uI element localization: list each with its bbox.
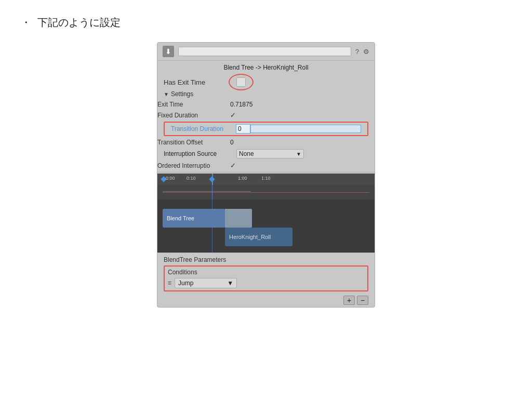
dropdown-arrow-icon: ▼ bbox=[296, 151, 301, 157]
ordered-interruption-row: Ordered Interruptio ✓ bbox=[157, 160, 375, 171]
hero-knight-label: HeroKnight_Roll bbox=[229, 234, 271, 240]
gear-icon[interactable]: ⚙ bbox=[363, 48, 369, 56]
transition-duration-row: Transition Duration 0 bbox=[164, 122, 368, 136]
animation-area: Blend Tree HeroKnight_Roll bbox=[157, 185, 375, 252]
conditions-row: = Jump ▼ bbox=[168, 278, 364, 288]
ordered-interruption-label: Ordered Interruptio bbox=[157, 162, 230, 169]
settings-header[interactable]: ▼ Settings bbox=[157, 89, 375, 99]
anim-top-strip bbox=[157, 185, 375, 200]
anim-playhead-line bbox=[212, 185, 212, 200]
transition-duration-value[interactable]: 0 bbox=[236, 124, 250, 134]
has-exit-time-checkbox[interactable] bbox=[236, 77, 246, 87]
fixed-duration-row: Fixed Duration ✓ bbox=[157, 110, 375, 121]
exit-time-value: 0.71875 bbox=[230, 101, 252, 108]
interruption-source-row: Interruption Source None ▼ bbox=[157, 148, 375, 160]
divider-1 bbox=[157, 172, 375, 172]
timeline-label-0: 0:00 bbox=[166, 176, 175, 181]
timeline-playhead-diamond bbox=[209, 176, 215, 182]
transition-duration-label: Transition Duration bbox=[171, 125, 236, 132]
has-exit-time-row: Has Exit Time bbox=[157, 75, 375, 89]
search-bar bbox=[178, 47, 351, 56]
blend-tree-tail bbox=[225, 209, 252, 228]
remove-condition-button[interactable]: − bbox=[357, 296, 368, 305]
unity-panel: ⬇ ? ⚙ Blend Tree -> HeroKnight_Roll Has … bbox=[157, 42, 375, 308]
blend-tree-block: Blend Tree bbox=[163, 209, 225, 228]
help-icon[interactable]: ? bbox=[355, 48, 359, 56]
ordered-interruption-check[interactable]: ✓ bbox=[230, 162, 236, 169]
header-title: 下記のように設定 bbox=[37, 17, 121, 28]
page-header: ・ 下記のように設定 bbox=[21, 16, 511, 30]
conditions-label: Conditions bbox=[168, 269, 364, 276]
interruption-source-value: None bbox=[239, 150, 254, 157]
add-condition-button[interactable]: + bbox=[343, 296, 355, 305]
transition-offset-row: Transition Offset 0 bbox=[157, 137, 375, 148]
fixed-duration-check[interactable]: ✓ bbox=[230, 111, 236, 119]
exit-time-row: Exit Time 0.71875 bbox=[157, 99, 375, 110]
condition-equals-icon: = bbox=[168, 280, 171, 287]
condition-jump-value: Jump bbox=[178, 280, 193, 287]
panel-title: Blend Tree -> HeroKnight_Roll bbox=[157, 61, 375, 75]
exit-checkbox-wrapper bbox=[236, 77, 246, 87]
anim-top-line bbox=[163, 192, 369, 193]
conditions-box: Conditions = Jump ▼ bbox=[164, 265, 368, 291]
condition-jump-dropdown[interactable]: Jump ▼ bbox=[175, 278, 237, 288]
blend-params-section: BlendTree Parameters Conditions = Jump ▼ bbox=[157, 252, 375, 294]
anim-bottom-area: Blend Tree HeroKnight_Roll bbox=[157, 200, 375, 252]
transition-duration-extra bbox=[250, 125, 361, 133]
interruption-source-label: Interruption Source bbox=[164, 150, 236, 157]
exit-time-label: Exit Time bbox=[157, 101, 230, 108]
timeline-label-2: 1:00 bbox=[238, 176, 247, 181]
fixed-duration-label: Fixed Duration bbox=[157, 112, 230, 119]
timeline-label-3: 1:10 bbox=[261, 176, 271, 181]
hero-knight-block: HeroKnight_Roll bbox=[225, 228, 292, 246]
triangle-icon: ▼ bbox=[164, 91, 169, 97]
blend-tree-label: Blend Tree bbox=[167, 215, 194, 221]
settings-label: Settings bbox=[171, 90, 193, 98]
bullet: ・ bbox=[21, 17, 31, 28]
timeline-label-1: 0:10 bbox=[187, 176, 196, 181]
interruption-source-dropdown[interactable]: None ▼ bbox=[236, 149, 304, 158]
panel-toolbar: ⬇ ? ⚙ bbox=[157, 43, 375, 61]
condition-dropdown-arrow: ▼ bbox=[227, 280, 233, 287]
has-exit-time-label: Has Exit Time bbox=[164, 78, 236, 86]
plus-minus-row: + − bbox=[157, 294, 375, 307]
blend-params-title: BlendTree Parameters bbox=[164, 256, 368, 263]
timeline-ruler: 0:00 0:10 1:00 1:10 bbox=[157, 174, 375, 185]
transition-offset-label: Transition Offset bbox=[157, 139, 230, 146]
transition-offset-value: 0 bbox=[230, 139, 234, 146]
exit-time-line bbox=[163, 191, 251, 192]
download-icon: ⬇ bbox=[163, 46, 174, 57]
